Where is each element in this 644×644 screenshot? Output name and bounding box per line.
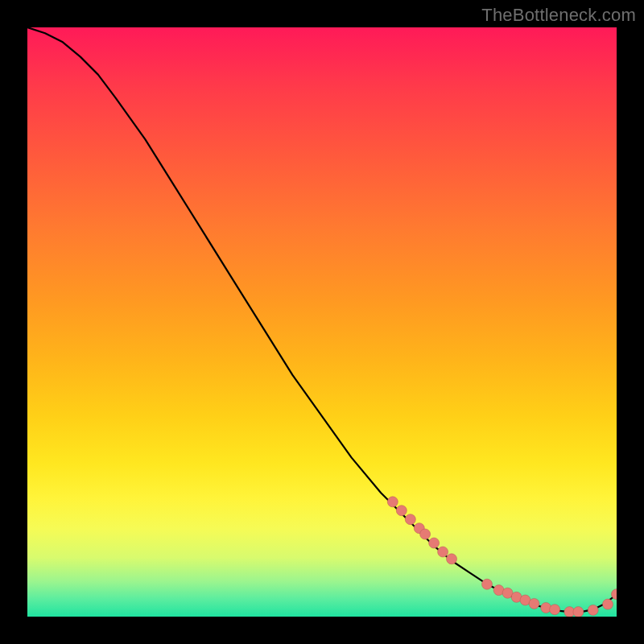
curve-markers bbox=[387, 497, 617, 617]
bottleneck-curve-line bbox=[27, 27, 617, 612]
curve-marker bbox=[420, 529, 431, 539]
curve-marker bbox=[603, 599, 613, 609]
chart-frame: TheBottleneck.com bbox=[0, 0, 644, 644]
curve-marker bbox=[588, 605, 598, 615]
watermark-text: TheBottleneck.com bbox=[481, 5, 636, 26]
curve-marker bbox=[387, 497, 398, 507]
curve-marker bbox=[447, 554, 457, 564]
curve-marker bbox=[529, 598, 539, 609]
curve-marker bbox=[482, 579, 493, 589]
plot-area bbox=[27, 27, 617, 617]
chart-overlay-svg bbox=[27, 27, 617, 617]
curve-marker bbox=[438, 547, 448, 557]
curve-marker bbox=[396, 506, 407, 516]
curve-marker bbox=[550, 605, 560, 615]
curve-marker bbox=[429, 538, 440, 548]
curve-marker bbox=[405, 514, 415, 525]
curve-marker bbox=[573, 607, 584, 617]
